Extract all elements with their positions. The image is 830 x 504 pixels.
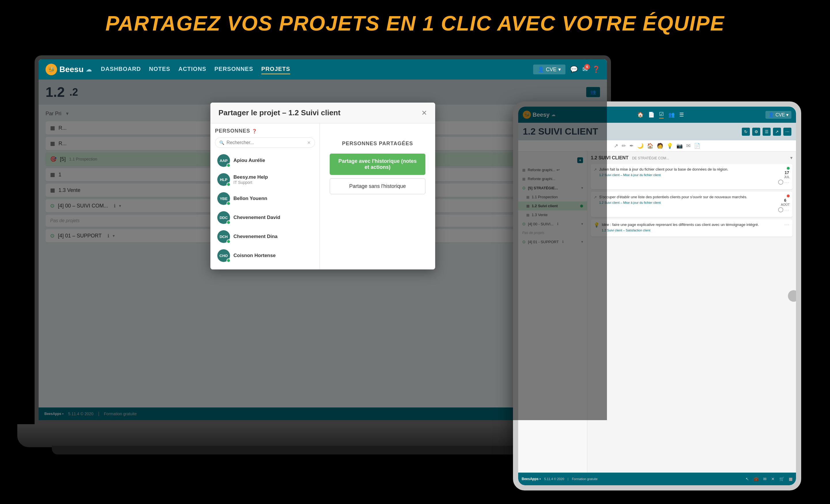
tablet-icon-refresh[interactable]: ↻ — [742, 128, 750, 136]
toolbar-icon-link[interactable]: ↗ — [614, 143, 618, 149]
person-item-ybe[interactable]: YBE Bellon Youenn — [215, 189, 315, 208]
tablet-footer-icon-mail2[interactable]: ✉ — [763, 477, 767, 481]
note-text-1: Julien fait la mise à jour du fichier cl… — [599, 167, 764, 177]
note-row-3: 💡 Idée : faire une page explicative repr… — [594, 222, 790, 232]
tablet-icon-settings[interactable]: ⚙ — [752, 128, 760, 136]
person-info-aap: Apiou Aurélie — [233, 158, 265, 163]
avatar-badge-aap — [226, 163, 230, 167]
chevron-down-icon: ▾ — [558, 66, 561, 73]
modal-header: Partager le projet – 1.2 Suivi client ✕ — [211, 103, 435, 123]
tablet-footer-app: BeesApps • — [522, 477, 541, 481]
modal-persons-panel: PERSONNES ❓ 🔍 ✕ — [211, 123, 320, 270]
toolbar-icon-camera[interactable]: 📷 — [676, 143, 683, 149]
modal-overlay: Partager le projet – 1.2 Suivi client ✕ … — [39, 80, 607, 420]
mail-badge: 6 — [584, 64, 590, 70]
toolbar-icon-slash[interactable]: ✒ — [630, 143, 634, 149]
modal-shared-title: PERSONNES PARTAGÉES — [342, 140, 413, 147]
note-ellipsis-3[interactable]: ··· — [785, 222, 790, 227]
nav-personnes[interactable]: PERSONNES — [215, 65, 253, 74]
note-ellipsis-1[interactable]: ··· — [785, 180, 790, 184]
note-row-1: ↗ Julien fait la mise à jour du fichier … — [594, 167, 790, 185]
date-box-1: 17 JUL — [784, 170, 790, 179]
laptop-foot — [52, 446, 594, 454]
nav-notes[interactable]: NOTES — [149, 65, 170, 74]
chat-icon[interactable]: 💬 — [570, 66, 578, 73]
laptop-body: 🐝 Beesu ☁ DASHBOARD NOTES ACTIONS PERSON… — [35, 55, 611, 424]
toolbar-icon-person-up[interactable]: 🧑 — [657, 143, 663, 149]
clear-search-icon[interactable]: ✕ — [307, 140, 311, 145]
note-dot-2 — [787, 194, 790, 197]
tablet-footer-icon-bag[interactable]: 💼 — [754, 477, 759, 481]
avatar-dch: DCH — [217, 230, 230, 243]
tablet-notes-chevron[interactable]: ▾ — [790, 155, 793, 160]
tablet-nav-check[interactable]: ☑ — [659, 111, 664, 119]
person-item-ddc[interactable]: DDC Chevenement David — [215, 208, 315, 227]
mail-icon[interactable]: ✉ 6 — [582, 66, 587, 73]
navbar-logo-text: Beesu — [59, 65, 84, 74]
tablet-nav-people[interactable]: 👥 — [668, 112, 675, 118]
laptop-main-content: 1.2 .2 👥 Par Pri ▾ — [39, 80, 607, 420]
toolbar-icon-house[interactable]: 🏠 — [647, 143, 653, 149]
person-list: AAP Apiou Aurélie — [215, 151, 315, 265]
nav-dashboard[interactable]: DASHBOARD — [101, 65, 141, 74]
note-item-3: 💡 Idée : faire une page explicative repr… — [591, 219, 793, 237]
toolbar-icon-envelope[interactable]: ✉ — [686, 143, 691, 149]
nav-projets[interactable]: PROJETS — [261, 65, 290, 74]
note-content-1: Julien fait la mise à jour du fichier cl… — [599, 167, 764, 172]
toolbar-icon-doc2[interactable]: 📄 — [694, 143, 700, 149]
bee-logo-icon: 🐝 — [45, 64, 57, 75]
nav-actions[interactable]: ACTIONS — [179, 65, 206, 74]
page-headline: PARTAGEZ VOS PROJETS EN 1 CLIC AVEC VOTR… — [0, 0, 830, 44]
person-name-hlp: Beesy.me Help — [233, 174, 268, 180]
tablet-icon-share[interactable]: ↗ — [773, 128, 781, 136]
note-text-3: Idée : faire une page explicative repren… — [602, 222, 764, 232]
tablet-nav-list[interactable]: ☰ — [679, 112, 684, 118]
avatar-ddc: DDC — [217, 211, 230, 224]
person-role-hlp: IT Support — [233, 180, 268, 185]
note-text-2: S'occuper d'établir une liste des potent… — [599, 194, 764, 204]
tablet-cve[interactable]: 👤 CVE ▾ — [765, 111, 791, 119]
laptop: 🐝 Beesu ☁ DASHBOARD NOTES ACTIONS PERSON… — [35, 55, 611, 459]
search-input[interactable] — [226, 140, 305, 145]
person-info-cho: Coisnon Hortense — [233, 253, 276, 258]
laptop-navbar: 🐝 Beesu ☁ DASHBOARD NOTES ACTIONS PERSON… — [39, 59, 607, 80]
search-box[interactable]: 🔍 ✕ — [215, 137, 315, 148]
tablet-title-icons: ↻ ⚙ ☰ ↗ ⋯ — [742, 128, 791, 136]
tablet-footer-icon-cursor[interactable]: ↖ — [745, 477, 749, 481]
cve-button[interactable]: 👤 CVE ▾ — [533, 65, 566, 74]
person-item-aap[interactable]: AAP Apiou Aurélie — [215, 151, 315, 170]
modal-close-button[interactable]: ✕ — [421, 109, 427, 117]
tablet-footer-icon-cart[interactable]: 🛒 — [779, 477, 784, 481]
avatar-ybe: YBE — [217, 192, 230, 205]
person-item-dch[interactable]: DCH Chevenement Dina — [215, 227, 315, 246]
avatar-badge-cho — [226, 258, 230, 262]
person-item-hlp[interactable]: HLP Beesy.me Help IT Support — [215, 170, 315, 189]
toolbar-icon-bulb[interactable]: 💡 — [667, 143, 673, 149]
tablet-nav-doc[interactable]: 📄 — [648, 112, 655, 118]
note-dot-1 — [787, 167, 790, 170]
tablet-nav-home[interactable]: 🏠 — [637, 112, 643, 118]
toolbar-icon-pencil[interactable]: ✏ — [621, 143, 626, 149]
avatar-cho: CHO — [217, 249, 230, 262]
navbar-items: DASHBOARD NOTES ACTIONS PERSONNES PROJET… — [101, 65, 524, 74]
help-icon[interactable]: ❓ — [592, 66, 600, 73]
person-info-hlp: Beesy.me Help IT Support — [233, 174, 268, 185]
toolbar-icon-moon[interactable]: 🌙 — [637, 143, 643, 149]
date-box-2: 6 AOÛT — [781, 198, 790, 207]
note-ellipsis-2[interactable]: ··· — [785, 208, 790, 212]
person-name-ybe: Bellon Youenn — [233, 196, 267, 201]
tablet-footer-version: 5.11.4 © 2020 — [544, 477, 564, 481]
person-item-cho[interactable]: CHO Coisnon Hortense — [215, 246, 315, 265]
share-without-history-button[interactable]: Partage sans l'historique — [330, 178, 425, 194]
tablet-footer-icon-grid[interactable]: ▦ — [789, 477, 793, 481]
tablet-icon-list2[interactable]: ☰ — [763, 128, 771, 136]
devices-container: 🐝 Beesu ☁ DASHBOARD NOTES ACTIONS PERSON… — [0, 44, 830, 491]
tablet-footer-icon-x[interactable]: ✕ — [771, 477, 775, 481]
user-icon: 👤 — [538, 66, 544, 73]
navbar-logo: 🐝 Beesu ☁ — [45, 64, 92, 75]
avatar-badge-ybe — [226, 201, 230, 206]
navbar-right: 👤 CVE ▾ 💬 ✉ 6 ❓ — [533, 65, 600, 74]
tablet-home-button[interactable] — [788, 290, 799, 302]
tablet-icon-more[interactable]: ⋯ — [783, 128, 791, 136]
share-with-history-button[interactable]: Partage avec l'historique (notes et acti… — [330, 154, 425, 175]
